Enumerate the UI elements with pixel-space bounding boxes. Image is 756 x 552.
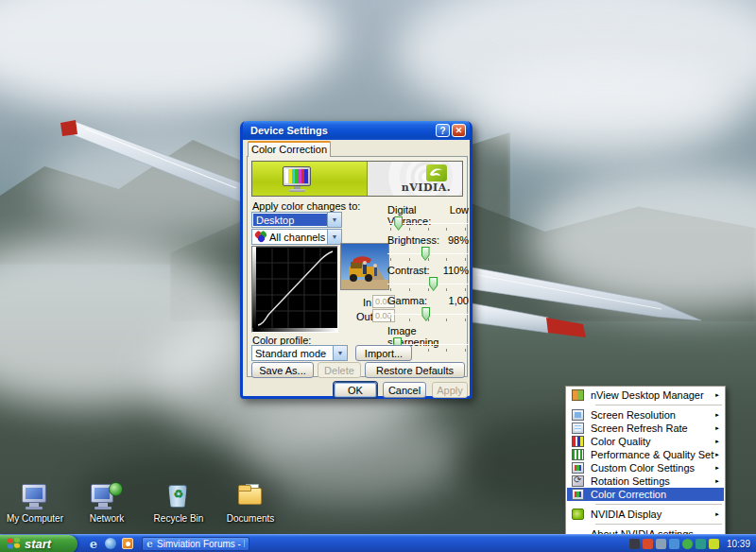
slider-head: Contrast:110%	[387, 265, 469, 277]
save-as-button[interactable]: Save As...	[251, 362, 314, 378]
menu-item-color-quality[interactable]: Color Quality►	[567, 435, 724, 448]
tray-nview-icon[interactable]	[643, 539, 653, 549]
slider-contrast: Contrast:110%	[387, 265, 469, 295]
tray-messenger-icon[interactable]	[682, 539, 693, 549]
dialog-body: Color Correction nVIDIA. Apply	[243, 140, 470, 396]
color-profile-combo[interactable]: Standard mode ▼	[251, 345, 348, 361]
monitor-testbars-icon	[283, 166, 311, 186]
browser-icon[interactable]	[104, 537, 117, 550]
custom-color-icon	[572, 462, 584, 474]
desktop-icon-label: Recycle Bin	[154, 513, 204, 524]
system-tray: 10:39	[629, 539, 756, 549]
desktop-icon-my-computer[interactable]: My Computer	[6, 482, 64, 524]
menu-item-nview-desktop-manager[interactable]: nView Desktop Manager►	[567, 388, 724, 402]
tab-color-correction[interactable]: Color Correction	[248, 141, 331, 157]
slider-track[interactable]	[387, 247, 469, 258]
banner-monitor-art	[252, 162, 368, 196]
chevron-down-icon[interactable]: ▼	[333, 346, 347, 360]
desktop-icon-list: My ComputerNetwork♻Recycle BinDocuments	[6, 482, 280, 524]
nvidia-display-icon	[572, 509, 584, 520]
tray-display-icon[interactable]	[656, 539, 666, 549]
import-button[interactable]: Import...	[355, 345, 412, 361]
menu-separator	[595, 405, 722, 405]
channels-combo[interactable]: All channels ▼	[251, 229, 342, 245]
menu-item-nvidia-display[interactable]: NVIDIA Display►	[567, 508, 724, 521]
slider-value: 110%	[443, 265, 469, 277]
taskbar: start e e Simviation Forums - P... 10:39	[0, 534, 756, 552]
slider-value: 1,00	[449, 295, 469, 307]
performance-icon	[572, 449, 584, 460]
menu-item-screen-refresh-rate[interactable]: Screen Refresh Rate►	[567, 422, 724, 435]
dialog-title: Device Settings	[250, 125, 434, 136]
slider-track[interactable]	[387, 277, 469, 288]
slider-label: Image sharpening	[387, 325, 469, 337]
menu-item-label: Performance & Quality Settings	[591, 449, 714, 460]
desktop-icon-network[interactable]: Network	[77, 482, 136, 524]
slider-label: Brightness:	[387, 234, 439, 247]
tray-app-icon[interactable]	[629, 539, 640, 549]
windows-flag-icon	[8, 537, 21, 550]
submenu-arrow-icon: ►	[714, 412, 720, 418]
close-icon[interactable]: ✕	[452, 124, 466, 137]
menu-item-performance-quality-settings[interactable]: Performance & Quality Settings►	[567, 448, 724, 461]
submenu-arrow-icon: ►	[714, 511, 720, 517]
slider-ticks	[387, 319, 469, 322]
menu-item-label: Screen Resolution	[591, 409, 714, 421]
apply-to-combo[interactable]: Desktop ▼	[251, 212, 342, 228]
device-settings-dialog: Device Settings ? ✕ Color Correction	[240, 121, 472, 399]
taskbar-task-button[interactable]: e Simviation Forums - P...	[142, 537, 249, 551]
slider-track[interactable]	[387, 216, 469, 228]
slider-label: Contrast:	[387, 265, 430, 277]
submenu-arrow-icon: ►	[714, 478, 720, 484]
menu-item-label: Rotation Settings	[591, 475, 714, 487]
slider-ticks	[387, 258, 469, 262]
menu-item-rotation-settings[interactable]: Rotation Settings►	[567, 474, 724, 488]
restore-defaults-button[interactable]: Restore Defaults	[365, 362, 465, 378]
messenger-icon[interactable]	[121, 537, 134, 550]
internet-explorer-icon[interactable]: e	[87, 537, 100, 550]
apply-button[interactable]: Apply	[432, 382, 468, 398]
color-quality-icon	[572, 436, 584, 447]
menu-separator	[595, 504, 722, 505]
menu-item-label: Color Quality	[591, 436, 714, 447]
menu-item-color-correction[interactable]: Color Correction	[567, 488, 724, 501]
slider-head: Gamma:1,00	[387, 295, 469, 307]
color-profile-value: Standard mode	[252, 346, 333, 360]
slider-label: Gamma:	[387, 295, 427, 307]
submenu-arrow-icon: ►	[714, 452, 720, 457]
ok-button[interactable]: OK	[334, 382, 377, 398]
desktop-icon-label: Documents	[227, 513, 275, 524]
tray-volume-icon[interactable]	[669, 539, 679, 549]
delete-button[interactable]: Delete	[318, 362, 361, 378]
menu-item-custom-color-settings[interactable]: Custom Color Settings►	[567, 461, 724, 474]
help-icon[interactable]: ?	[436, 124, 450, 137]
desktop-icon-documents[interactable]: Documents	[221, 482, 280, 524]
menu-item-label: nView Desktop Manager	[591, 389, 714, 401]
menu-item-label: NVIDIA Display	[591, 509, 714, 520]
menu-separator	[595, 524, 722, 525]
quick-launch: e	[87, 537, 134, 550]
slider-brightness: Brightness:98%	[387, 234, 469, 265]
recycle-bin-icon: ♻	[163, 482, 195, 510]
tray-network-icon[interactable]	[696, 539, 706, 549]
start-label: start	[25, 537, 51, 551]
chevron-down-icon[interactable]: ▼	[327, 230, 341, 244]
screen-refresh-icon	[572, 423, 584, 434]
slider-label: Digital Vibrance:	[387, 204, 450, 216]
submenu-arrow-icon: ►	[714, 425, 720, 431]
rotation-icon	[572, 475, 584, 487]
slider-head: Image sharpening	[387, 325, 469, 337]
slider-digital-vibrance: Digital Vibrance:Low	[387, 204, 469, 234]
desktop-icon-label: Network	[90, 513, 125, 524]
menu-item-label: Color Correction	[591, 489, 722, 500]
menu-item-screen-resolution[interactable]: Screen Resolution►	[567, 408, 724, 422]
cancel-button[interactable]: Cancel	[383, 382, 426, 398]
slider-track[interactable]	[387, 307, 469, 319]
desktop-icon-recycle-bin[interactable]: ♻Recycle Bin	[149, 482, 208, 524]
chevron-down-icon[interactable]: ▼	[327, 213, 341, 227]
gamma-curve-graph[interactable]	[251, 246, 338, 333]
taskbar-clock: 10:39	[727, 539, 750, 549]
start-button[interactable]: start	[0, 535, 77, 552]
tray-update-icon[interactable]	[709, 539, 719, 549]
dialog-titlebar[interactable]: Device Settings ? ✕	[243, 121, 470, 140]
